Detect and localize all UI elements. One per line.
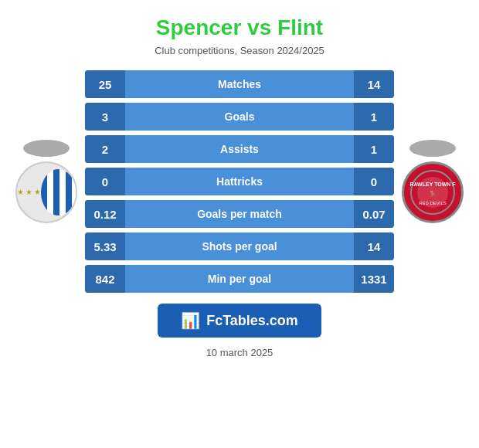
page-subtitle: Club competitions, Season 2024/2025 — [155, 45, 324, 56]
match-date: 10 march 2025 — [206, 347, 273, 358]
stat-label: Goals — [125, 110, 354, 123]
stat-row: 842Min per goal1331 — [85, 265, 394, 293]
stat-row: 25Matches14 — [85, 70, 394, 98]
stat-label: Matches — [125, 78, 354, 90]
stat-row: 0.12Goals per match0.07 — [85, 200, 394, 228]
comparison-section: ★ ★ ★ 25Matches143Goals12Assists10Hattri… — [8, 70, 471, 293]
star-2: ★ — [25, 188, 32, 196]
left-oval-top — [23, 140, 70, 157]
stat-right-value: 1 — [354, 103, 394, 131]
crawley-crest-svg: CRAWLEY TOWN FC 🦌 RED DEVILS — [409, 169, 456, 216]
stat-right-value: 1331 — [354, 265, 394, 293]
page-title: Spencer vs Flint — [156, 15, 323, 40]
stat-left-value: 5.33 — [85, 232, 125, 260]
stat-left-value: 2 — [85, 135, 125, 163]
stat-right-value: 0.07 — [354, 200, 394, 228]
stat-row: 2Assists1 — [85, 135, 394, 163]
hud-stripes — [41, 169, 76, 216]
stat-label: Goals per match — [125, 208, 354, 220]
stat-label: Hattricks — [125, 175, 354, 188]
left-team-logo: ★ ★ ★ — [15, 161, 77, 223]
stat-right-value: 0 — [354, 168, 394, 195]
chart-icon: 📊 — [181, 311, 200, 330]
star-1: ★ — [17, 188, 24, 196]
right-oval-top — [409, 140, 456, 157]
left-team-badge: ★ ★ ★ — [8, 140, 85, 223]
svg-text:🦌: 🦌 — [429, 189, 437, 197]
stat-left-value: 25 — [85, 70, 125, 98]
fctables-label: FcTables.com — [206, 313, 298, 329]
stat-left-value: 0 — [85, 168, 125, 195]
right-team-logo: CRAWLEY TOWN FC 🦌 RED DEVILS — [402, 161, 464, 223]
stat-right-value: 1 — [354, 135, 394, 163]
svg-text:RED DEVILS: RED DEVILS — [419, 201, 447, 205]
stat-left-value: 842 — [85, 265, 125, 293]
stat-row: 5.33Shots per goal14 — [85, 232, 394, 260]
stat-row: 0Hattricks0 — [85, 168, 394, 195]
stat-left-value: 0.12 — [85, 200, 125, 228]
stat-label: Assists — [125, 143, 354, 155]
stat-left-value: 3 — [85, 103, 125, 131]
stat-right-value: 14 — [354, 70, 394, 98]
star-3: ★ — [34, 188, 41, 196]
stat-row: 3Goals1 — [85, 103, 394, 131]
fctables-banner[interactable]: 📊 FcTables.com — [158, 304, 321, 338]
stars-row: ★ ★ ★ — [17, 188, 41, 196]
main-container: Spencer vs Flint Club competitions, Seas… — [0, 0, 479, 448]
svg-text:CRAWLEY TOWN FC: CRAWLEY TOWN FC — [409, 182, 456, 187]
stats-section: 25Matches143Goals12Assists10Hattricks00.… — [85, 70, 394, 293]
stat-right-value: 14 — [354, 232, 394, 260]
stat-label: Shots per goal — [125, 240, 354, 253]
right-team-badge: CRAWLEY TOWN FC 🦌 RED DEVILS — [394, 140, 471, 223]
stat-label: Min per goal — [125, 273, 354, 285]
